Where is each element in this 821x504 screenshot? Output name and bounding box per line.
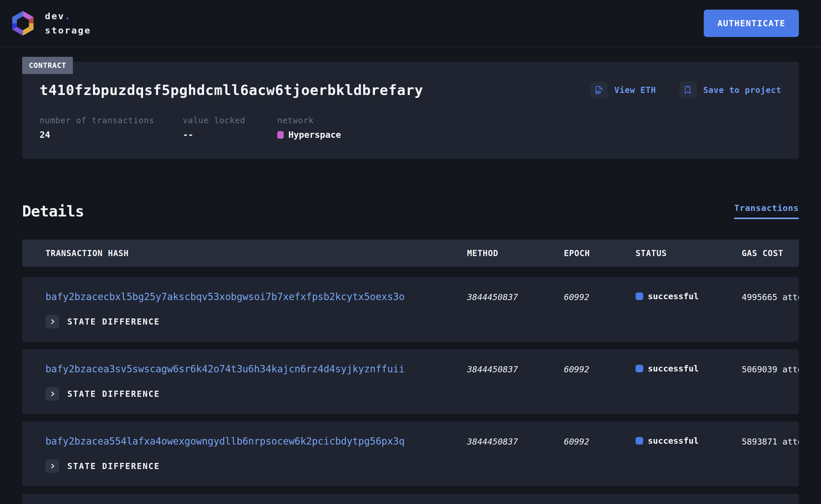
brand-line1: dev — [45, 11, 65, 21]
transaction-hash-link[interactable]: bafy2bzacea554lafxa4owexgowngydllb6nrpso… — [45, 436, 467, 447]
state-difference-toggle[interactable]: STATE DIFFERENCE — [45, 315, 799, 328]
status-dot-icon — [636, 365, 643, 372]
brand-name: dev. storage — [45, 9, 91, 38]
status-dot-icon — [636, 292, 643, 300]
save-to-project-action[interactable]: Save to project — [679, 81, 781, 99]
epoch-value: 60992 — [564, 364, 636, 374]
status-text: successful — [648, 291, 699, 301]
tab-transactions[interactable]: Transactions — [734, 203, 799, 219]
col-status: STATUS — [636, 249, 742, 258]
table-header: TRANSACTION HASH METHOD EPOCH STATUS GAS… — [22, 239, 799, 267]
chevron-right-icon[interactable] — [45, 315, 59, 328]
transaction-hash-link[interactable]: bafy2bzacea3sv5swscagw6sr6k42o74t3u6h34k… — [45, 363, 467, 375]
col-gas-cost: GAS COST — [742, 249, 799, 258]
contract-badge: CONTRACT — [22, 57, 73, 74]
network-name: Hyperspace — [288, 131, 341, 139]
view-eth-label: View ETH — [614, 85, 656, 95]
transaction-hash-link[interactable]: bafy2bzacecbxl5bg25y7akscbqv53xobgwsoi7b… — [45, 291, 467, 303]
state-difference-toggle[interactable]: STATE DIFFERENCE — [45, 387, 799, 401]
state-difference-label: STATE DIFFERENCE — [67, 461, 160, 471]
table-row-partial — [22, 494, 799, 504]
details-bar: Details Transactions — [22, 202, 799, 221]
stat-number-of-transactions: number of transactions 24 — [40, 117, 183, 139]
stat-value: -- — [183, 131, 277, 139]
app-header: dev. storage AUTHENTICATE — [0, 0, 821, 47]
details-title: Details — [22, 202, 84, 220]
status-badge: successful — [636, 436, 742, 446]
stat-value: Hyperspace — [277, 131, 341, 139]
contract-stats: number of transactions 24 value locked -… — [40, 117, 781, 139]
table-row: bafy2bzacecbxl5bg25y7akscbqv53xobgwsoi7b… — [22, 277, 799, 342]
transactions-table: bafy2bzacecbxl5bg25y7akscbqv53xobgwsoi7b… — [22, 277, 799, 504]
hexagon-logo-icon — [8, 10, 37, 37]
status-text: successful — [648, 436, 699, 446]
main-content: CONTRACT t410fzbpuzdqsf5pghdcmll6acw6tjo… — [0, 62, 821, 504]
authenticate-button[interactable]: AUTHENTICATE — [704, 10, 799, 37]
contract-actions: View ETH Save to project — [590, 81, 781, 99]
status-dot-icon — [636, 437, 643, 445]
save-to-project-label: Save to project — [703, 85, 781, 95]
col-method: METHOD — [467, 249, 564, 258]
gas-cost-value: 4995665 attoFIL — [742, 292, 799, 302]
state-difference-label: STATE DIFFERENCE — [67, 317, 160, 327]
brand-logo[interactable]: dev. storage — [8, 9, 91, 38]
brand-line2: storage — [45, 25, 91, 36]
gas-cost-value: 5069039 attoFIL — [742, 364, 799, 374]
chevron-right-icon[interactable] — [45, 459, 59, 473]
chevron-right-icon[interactable] — [45, 387, 59, 401]
network-dot — [277, 131, 284, 139]
col-transaction-hash: TRANSACTION HASH — [45, 249, 467, 258]
contract-address: t410fzbpuzdqsf5pghdcmll6acw6tjoerbkldbre… — [40, 82, 423, 98]
gas-cost-value: 5893871 attoFIL — [742, 437, 799, 447]
status-badge: successful — [636, 364, 742, 373]
contract-address-row: t410fzbpuzdqsf5pghdcmll6acw6tjoerbkldbre… — [40, 80, 781, 100]
state-difference-label: STATE DIFFERENCE — [67, 389, 160, 399]
epoch-value: 60992 — [564, 292, 636, 302]
stat-value: 24 — [40, 131, 183, 139]
contract-card: CONTRACT t410fzbpuzdqsf5pghdcmll6acw6tjo… — [22, 62, 799, 159]
table-row: bafy2bzacea3sv5swscagw6sr6k42o74t3u6h34k… — [22, 349, 799, 414]
state-difference-toggle[interactable]: STATE DIFFERENCE — [45, 459, 799, 473]
stat-label: value locked — [183, 117, 277, 125]
view-eth-action[interactable]: View ETH — [590, 81, 656, 99]
file-eye-icon — [590, 81, 608, 99]
epoch-value: 60992 — [564, 437, 636, 447]
stat-value-locked: value locked -- — [183, 117, 277, 139]
method-value: 3844450837 — [467, 292, 564, 302]
bookmark-icon — [679, 81, 697, 99]
table-row: bafy2bzacea554lafxa4owexgowngydllb6nrpso… — [22, 422, 799, 486]
status-text: successful — [648, 364, 699, 373]
stat-label: network — [277, 117, 341, 125]
method-value: 3844450837 — [467, 437, 564, 447]
brand-dot: . — [65, 11, 71, 21]
stat-label: number of transactions — [40, 117, 183, 125]
status-badge: successful — [636, 291, 742, 301]
stat-network: network Hyperspace — [277, 117, 341, 139]
col-epoch: EPOCH — [564, 249, 636, 258]
method-value: 3844450837 — [467, 364, 564, 374]
